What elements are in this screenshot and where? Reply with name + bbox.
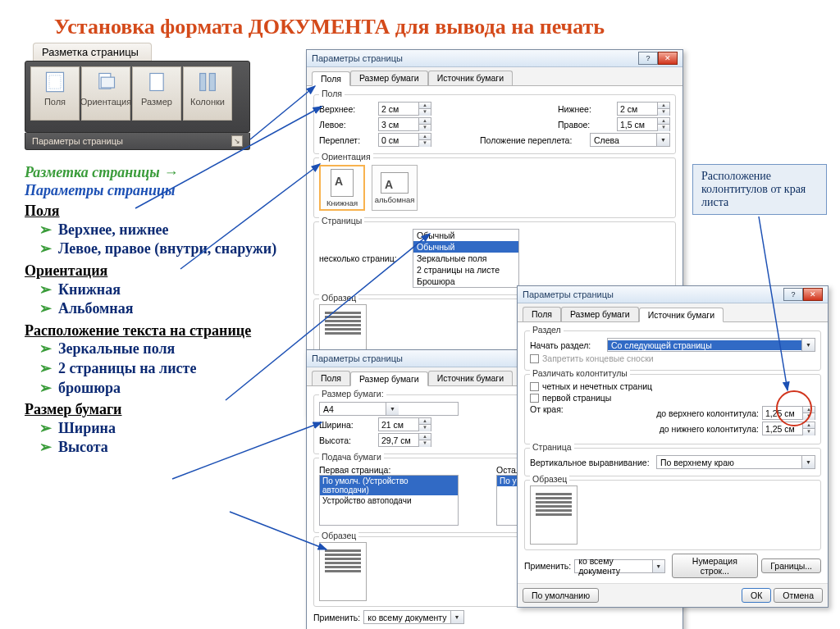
- orientation-label: Ориентация: [80, 97, 131, 107]
- left-spinner[interactable]: ▲▼: [378, 117, 431, 131]
- tab-razmer[interactable]: Размер бумаги: [561, 307, 639, 321]
- label-multipages: несколько страниц:: [319, 253, 409, 263]
- label-right: Правое:: [558, 120, 614, 130]
- label-apply2: Применить:: [313, 613, 360, 622]
- label-bottom: Нижнее:: [558, 104, 614, 114]
- margins-icon: [43, 71, 66, 93]
- label-firstpage: Первая страница:: [319, 465, 493, 475]
- portrait-button[interactable]: Книжная: [319, 165, 365, 211]
- preview-icon: [319, 542, 367, 601]
- dlg1-title: Параметры страницы: [312, 53, 638, 63]
- legend-section: Раздел: [530, 325, 564, 335]
- legend-sample: Образец: [319, 293, 358, 303]
- label-oddeven: четных и нечетных страниц: [542, 381, 652, 391]
- tab-istochnik[interactable]: Источник бумаги: [428, 71, 513, 85]
- landscape-button[interactable]: альбомная: [372, 165, 418, 211]
- close-icon[interactable]: ✕: [658, 52, 678, 65]
- side-outline: Разметка страницы → Параметры страницы П…: [25, 164, 279, 458]
- list-item: Высота: [39, 438, 279, 458]
- svg-rect-4: [150, 74, 163, 91]
- right-spinner[interactable]: ▲▼: [617, 117, 670, 131]
- ribbon-footer-label: Параметры страницы: [32, 136, 123, 146]
- svg-rect-6: [209, 74, 215, 91]
- columns-button[interactable]: Колонки: [183, 66, 232, 121]
- list-item: Левое, правое (внутри, снаружи): [39, 239, 279, 259]
- highlight-circle: [776, 390, 812, 426]
- apply-dropdown3[interactable]: ко всему документу▼: [574, 559, 664, 573]
- preview-icon: [530, 485, 578, 545]
- ribbon-footer: Параметры страницы ↘: [25, 133, 250, 150]
- legend-sample2: Образец: [319, 531, 358, 540]
- label-width: Ширина:: [319, 420, 375, 430]
- margins-button[interactable]: Поля: [30, 66, 80, 121]
- dialog-launcher-icon[interactable]: ↘: [231, 135, 243, 147]
- tab-razmer[interactable]: Размер бумаги: [350, 371, 428, 386]
- legend-page: Страница: [530, 442, 574, 452]
- list-item: Книжная: [39, 280, 279, 300]
- bottom-spinner[interactable]: ▲▼: [617, 102, 670, 116]
- page-title: Установка формата ДОКУМЕНТА для вывода н…: [54, 15, 605, 39]
- tab-polya[interactable]: Поля: [523, 307, 561, 321]
- dlg3-title: Параметры страницы: [523, 289, 783, 299]
- svg-rect-3: [101, 77, 114, 88]
- orientation-button[interactable]: Ориентация: [81, 66, 130, 121]
- legend-pages: Страницы: [319, 216, 364, 226]
- svg-rect-5: [200, 74, 206, 91]
- list-item: 2 страницы на листе: [39, 359, 279, 379]
- list-item: Верхнее, нижнее: [39, 221, 279, 240]
- label-footeredge: до нижнего колонтитула:: [660, 424, 759, 434]
- label-valign: Вертикальное выравнивание:: [530, 458, 653, 467]
- apply-dropdown2[interactable]: ко всему документу▼: [363, 610, 463, 624]
- borders-button[interactable]: Границы...: [761, 558, 821, 573]
- multipages-listbox[interactable]: Обычный Обычный Зеркальные поля 2 страни…: [413, 229, 519, 288]
- height-spinner[interactable]: ▲▼: [378, 433, 431, 447]
- heading-textloc: Расположение текста на странице: [25, 322, 279, 340]
- label-height: Высота:: [319, 435, 375, 445]
- tab-polya[interactable]: Поля: [312, 71, 350, 86]
- width-spinner[interactable]: ▲▼: [378, 417, 431, 431]
- legend-feed: Подача бумаги: [319, 452, 384, 462]
- firstpage-listbox[interactable]: По умолч. (Устройство автоподачи) Устрой…: [319, 475, 459, 526]
- tab-razmer[interactable]: Размер бумаги: [350, 71, 428, 85]
- tab-polya[interactable]: Поля: [312, 371, 350, 385]
- path-line2: Параметры страницы: [25, 182, 279, 200]
- tab-istochnik[interactable]: Источник бумаги: [639, 308, 724, 322]
- tab-istochnik[interactable]: Источник бумаги: [428, 371, 513, 385]
- gutterpos-dropdown[interactable]: Слева▼: [590, 133, 670, 147]
- firstpage-checkbox[interactable]: [530, 394, 539, 403]
- ok-button[interactable]: ОК: [742, 588, 771, 603]
- label-headeredge: до верхнего колонтитула:: [656, 408, 759, 418]
- heading-orientation: Ориентация: [25, 262, 279, 280]
- dlg-papersource: Параметры страницы ? ✕ Поля Размер бумаг…: [517, 285, 829, 608]
- list-item: брошюра: [39, 379, 279, 399]
- label-left: Левое:: [319, 120, 375, 130]
- help-icon[interactable]: ?: [783, 288, 803, 301]
- legend-sample3: Образец: [530, 474, 569, 484]
- label-gutterpos: Положение переплета:: [480, 135, 587, 145]
- list-item: Альбомная: [39, 299, 279, 319]
- close-icon[interactable]: ✕: [803, 288, 823, 301]
- columns-icon: [196, 71, 219, 93]
- list-item: Зеркальные поля: [39, 340, 279, 359]
- top-spinner[interactable]: ▲▼: [378, 102, 431, 116]
- linenumber-button[interactable]: Нумерация строк...: [672, 554, 759, 578]
- ribbon-tab-label[interactable]: Разметка страницы: [33, 43, 152, 61]
- cancel-button[interactable]: Отмена: [774, 588, 823, 603]
- default-button[interactable]: По умолчанию: [523, 588, 599, 603]
- valign-dropdown[interactable]: По верхнему краю▼: [656, 455, 815, 469]
- margins-label: Поля: [44, 97, 66, 107]
- startsection-dropdown[interactable]: Со следующей страницы▼: [607, 338, 815, 352]
- gutter-spinner[interactable]: ▲▼: [378, 133, 431, 147]
- landscape-page-icon: [381, 172, 409, 194]
- help-icon[interactable]: ?: [638, 52, 658, 65]
- oddeven-checkbox[interactable]: [530, 382, 539, 391]
- path-line1: Разметка страницы →: [25, 164, 279, 182]
- legend-papersize: Размер бумаги:: [319, 389, 386, 399]
- heading-papersize: Размер бумаги: [25, 401, 279, 419]
- columns-label: Колонки: [190, 97, 225, 107]
- size-button[interactable]: Размер: [132, 66, 181, 121]
- label-gutter: Переплет:: [319, 135, 375, 145]
- list-item: Ширина: [39, 419, 279, 439]
- suppress-checkbox[interactable]: [530, 354, 539, 363]
- papersize-dropdown[interactable]: A4▼: [319, 402, 459, 416]
